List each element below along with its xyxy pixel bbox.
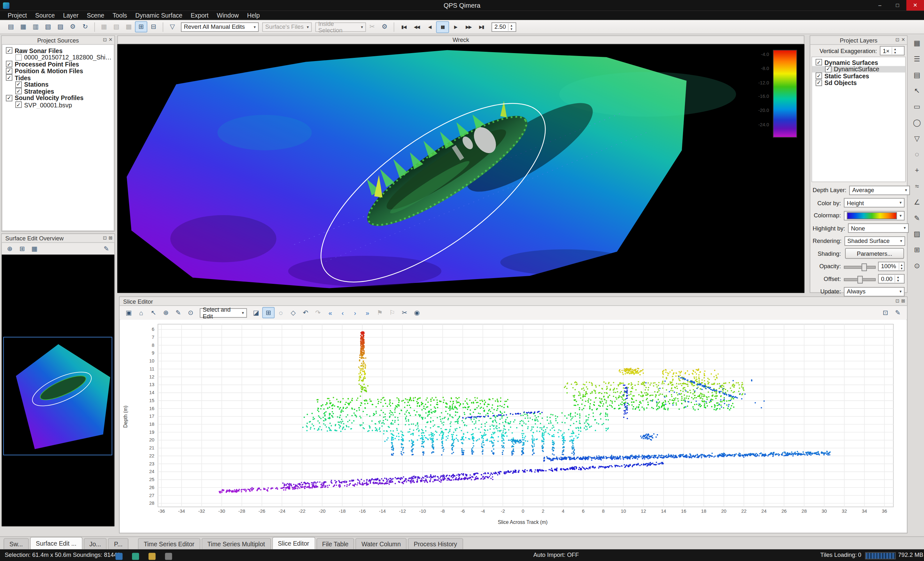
- menu-export[interactable]: Export: [187, 10, 213, 20]
- prev-selection-icon[interactable]: «: [324, 307, 336, 318]
- float-panel-icon[interactable]: ⊡: [103, 36, 107, 44]
- taskbar-app-icon[interactable]: [132, 553, 139, 560]
- tree-item-position-motion-files[interactable]: ✓Position & Motion Files: [2, 68, 114, 74]
- menu-scene[interactable]: Scene: [83, 10, 109, 20]
- tree-item-raw-sonar-files[interactable]: ✓Raw Sonar Files: [2, 47, 114, 54]
- select-rectangle-icon[interactable]: ⊞: [262, 307, 274, 318]
- rewind-button[interactable]: ◀◀: [410, 21, 423, 33]
- edit-options-icon[interactable]: ⚙: [378, 21, 391, 32]
- add-processed-files-icon[interactable]: ▧: [42, 21, 54, 32]
- prev-rejected-icon[interactable]: ‹: [336, 307, 349, 318]
- surface-edit-overview-map[interactable]: [2, 255, 114, 526]
- undo-icon[interactable]: ↶: [300, 307, 312, 318]
- home-view-icon[interactable]: ⌂: [135, 307, 147, 318]
- skip-to-start-button[interactable]: ▮◀: [397, 21, 410, 33]
- checkbox-position-motion-files[interactable]: ✓: [6, 68, 12, 74]
- tab-file-table[interactable]: File Table: [316, 538, 354, 549]
- checkbox-0000-20150712-182800-shipname[interactable]: ✓: [15, 54, 22, 60]
- checkbox-sd-objects[interactable]: ✓: [816, 79, 822, 86]
- play-button[interactable]: ▶: [449, 21, 462, 33]
- wave-tool-icon[interactable]: ≈: [910, 180, 924, 193]
- slice-notes-icon[interactable]: ✎: [892, 307, 904, 318]
- depth-layer-combo[interactable]: Average▾: [849, 185, 910, 195]
- rendering-combo-arrow[interactable]: ▾: [898, 238, 902, 243]
- highlight-by-combo[interactable]: None▾: [848, 224, 909, 233]
- update-combo[interactable]: Always▾: [844, 287, 904, 296]
- opacity-slider[interactable]: [844, 262, 876, 270]
- step-back-button[interactable]: ◀: [423, 21, 436, 33]
- inside-selection-combo-arrow[interactable]: ▾: [358, 25, 363, 29]
- slice-tool-icon[interactable]: ⊟: [147, 21, 160, 32]
- slice-plot[interactable]: -36-34-32-30-28-26-24-22-20-18-16-14-12-…: [120, 320, 906, 532]
- tree-item-tides[interactable]: ✓Tides: [2, 74, 114, 81]
- tree-item-0000-20150712-182800-shipname[interactable]: ✓0000_20150712_182800_ShipName...: [2, 54, 114, 61]
- menu-project[interactable]: Project: [3, 10, 31, 20]
- color-by-combo-arrow[interactable]: ▾: [897, 200, 902, 205]
- checkbox-dynamicsurface[interactable]: ✓: [825, 66, 831, 72]
- menu-layer[interactable]: Layer: [59, 10, 82, 20]
- rect-select-tool-icon[interactable]: ▭: [910, 100, 924, 113]
- highlight-by-combo-arrow[interactable]: ▾: [901, 226, 906, 231]
- menu-help[interactable]: Help: [243, 10, 264, 20]
- color-by-combo[interactable]: Height▾: [844, 198, 904, 208]
- scene-3d-view[interactable]: -4.0 -8.0 -12.0 -16.0 -20.0 -24.0: [117, 44, 804, 293]
- close-button[interactable]: ✕: [906, 0, 924, 10]
- checkbox-dynamic-surfaces[interactable]: ✓: [816, 59, 822, 66]
- add-raw-sonar-files-icon[interactable]: ▥: [29, 21, 42, 32]
- tab-jo[interactable]: Jo...: [83, 538, 107, 549]
- minimize-button[interactable]: –: [871, 0, 888, 10]
- tree-item-dynamic-surfaces[interactable]: ✓Dynamic Surfaces: [812, 59, 905, 66]
- opacity-spinner[interactable]: 100%▲▼: [878, 261, 904, 271]
- grid-view-icon[interactable]: ▦: [910, 36, 924, 50]
- checkbox-strategies[interactable]: ✓: [15, 88, 22, 94]
- close-panel-icon[interactable]: ✕: [109, 36, 112, 44]
- taskbar-app-icon[interactable]: [165, 553, 172, 560]
- checkbox-tides[interactable]: ✓: [6, 75, 12, 81]
- taskbar-app-icon[interactable]: [116, 553, 122, 560]
- show-image-icon[interactable]: ▦: [28, 243, 41, 255]
- rendering-combo[interactable]: Shaded Surface▾: [844, 236, 905, 246]
- skip-to-end-button[interactable]: ▶▮: [475, 21, 488, 33]
- tab-time-series-multiplot[interactable]: Time Series Multiplot: [201, 538, 271, 549]
- menu-window[interactable]: Window: [213, 10, 243, 20]
- pointer-tool-icon[interactable]: ↖: [910, 84, 924, 98]
- edit-surface-icon[interactable]: ⊞: [135, 21, 147, 32]
- next-selection-icon[interactable]: »: [361, 307, 374, 318]
- tab-time-series-editor[interactable]: Time Series Editor: [138, 538, 200, 549]
- surfaces-files-combo-arrow[interactable]: ▾: [304, 25, 309, 29]
- fast-forward-button[interactable]: ▶▶: [462, 21, 475, 33]
- tab-p[interactable]: P...: [108, 538, 128, 549]
- lasso-select-tool-icon[interactable]: ◌: [910, 148, 924, 161]
- colormap-combo-arrow[interactable]: ▾: [897, 213, 902, 218]
- tree-item-sound-velocity-profiles[interactable]: ✓Sound Velocity Profiles: [2, 94, 114, 101]
- tab-water-column[interactable]: Water Column: [356, 538, 406, 549]
- pause-button[interactable]: ▮▮: [436, 21, 449, 33]
- menu-dynamic-surface[interactable]: Dynamic Surface: [131, 10, 186, 20]
- refresh-icon[interactable]: ↻: [79, 21, 92, 32]
- angle-measure-tool-icon[interactable]: ∠: [910, 196, 924, 209]
- ellipse-select-tool-icon[interactable]: ◯: [910, 116, 924, 129]
- tree-item-strategies[interactable]: ✓Strategies: [2, 88, 114, 94]
- float-panel-icon[interactable]: ⊡: [896, 297, 899, 305]
- accept-edits-icon[interactable]: ◪: [250, 307, 262, 318]
- save-slice-icon[interactable]: ▣: [123, 307, 135, 318]
- select-polygon-icon[interactable]: ◇: [287, 307, 300, 318]
- checkbox-processed-point-files[interactable]: ✓: [6, 61, 12, 67]
- float-panel-icon[interactable]: ⊡: [103, 234, 107, 242]
- close-panel-icon[interactable]: ⊠: [901, 297, 905, 305]
- filter-edits-icon[interactable]: ▽: [166, 21, 178, 32]
- screenshot-icon[interactable]: ◉: [411, 307, 423, 318]
- select-lasso-icon[interactable]: ◌: [274, 307, 287, 318]
- offset-spinner[interactable]: 0.00▲▼: [878, 274, 904, 284]
- new-project-icon[interactable]: ▤: [5, 21, 17, 32]
- revert-edits-combo-arrow[interactable]: ▾: [251, 25, 256, 29]
- tab-slice-editor[interactable]: Slice Editor: [272, 537, 315, 549]
- palette-tool-icon[interactable]: ▨: [910, 228, 924, 241]
- overview-notes-icon[interactable]: ✎: [100, 243, 112, 255]
- measure-icon[interactable]: ✎: [172, 307, 184, 318]
- next-rejected-icon[interactable]: ›: [349, 307, 362, 318]
- checkbox-sound-velocity-profiles[interactable]: ✓: [6, 94, 12, 101]
- zoom-in-icon[interactable]: ⊕: [160, 307, 172, 318]
- tile-tool-icon[interactable]: ⊞: [910, 243, 924, 256]
- tree-item-dynamicsurface[interactable]: ✓DynamicSurface: [812, 66, 905, 72]
